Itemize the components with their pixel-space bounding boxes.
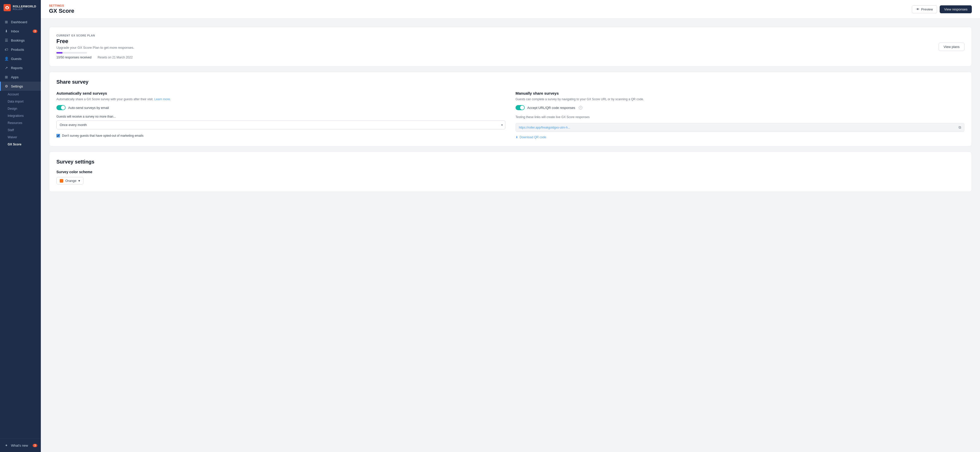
help-icon[interactable]: ? (579, 106, 582, 109)
manual-share-desc: Guests can complete a survey by navigati… (515, 97, 964, 102)
sidebar-item-label: Guests (11, 57, 21, 61)
app-name: ROLLERWORLD (13, 5, 36, 8)
share-survey-title: Share survey (56, 79, 964, 85)
apps-icon: ⊞ (4, 75, 8, 79)
sidebar-item-label: What's new (11, 444, 28, 447)
plan-resets: Resets on 21 March 2022 (97, 56, 132, 59)
settings-breadcrumb: SETTINGS (49, 4, 74, 7)
sidebar-item-guests[interactable]: 👤 Guests (0, 54, 41, 63)
sidebar-item-label: Dashboard (11, 20, 27, 24)
plan-progress-fill (56, 52, 62, 54)
sub-nav-data-import[interactable]: Data import (0, 98, 41, 105)
logo: ROLLERWORLD ROLLER (0, 0, 41, 15)
auto-send-section: Automatically send surveys Automatically… (56, 91, 505, 139)
sub-nav-resources[interactable]: Resources (0, 119, 41, 127)
plan-progress-bar (56, 52, 87, 54)
manual-share-title: Manually share surveys (515, 91, 964, 95)
inbox-badge: 3 (33, 30, 37, 33)
guests-icon: 👤 (4, 57, 8, 61)
sub-nav-waiver[interactable]: Waiver (0, 134, 41, 141)
sidebar-item-products[interactable]: 🏷 Products (0, 45, 41, 54)
url-box: https://roller.app/freakgoldgxs-utm-h...… (515, 123, 964, 132)
main-content: SETTINGS GX Score 👁 Preview View respons… (41, 0, 980, 452)
plan-description: Upgrade your GX Score Plan to get more r… (56, 46, 932, 49)
sidebar-item-label: Inbox (11, 29, 19, 33)
bookings-icon: ☰ (4, 38, 8, 42)
sub-nav-account[interactable]: Account (0, 91, 41, 98)
color-value: Orange (65, 179, 76, 182)
page-header: SETTINGS GX Score 👁 Preview View respons… (41, 0, 980, 19)
header-actions: 👁 Preview View responses (912, 5, 972, 13)
auto-send-desc: Automatically share a GX Score survey wi… (56, 97, 505, 102)
sidebar-item-label: Bookings (11, 38, 24, 42)
settings-sub-nav: Account Data import Design Integrations … (0, 91, 41, 148)
sidebar: ROLLERWORLD ROLLER ⊞ Dashboard ⬇ Inbox 3… (0, 0, 41, 452)
url-qr-toggle-label: Accept URL/QR code responses (527, 106, 575, 110)
opt-out-checkbox[interactable] (56, 134, 60, 138)
whats-new-icon: ✦ (4, 443, 8, 447)
page-title: GX Score (49, 8, 74, 14)
color-scheme-selector[interactable]: Orange ▾ (56, 177, 83, 184)
manual-share-section: Manually share surveys Guests can comple… (515, 91, 964, 139)
url-text: https://roller.app/freakgoldgxs-utm-h... (519, 126, 956, 129)
auto-send-toggle[interactable] (56, 105, 65, 110)
sidebar-nav: ⊞ Dashboard ⬇ Inbox 3 ☰ Bookings 🏷 Produ… (0, 15, 41, 438)
color-swatch (60, 179, 63, 182)
sidebar-item-label: Reports (11, 66, 23, 70)
preview-eye-icon: 👁 (916, 7, 920, 11)
logo-icon (3, 4, 11, 11)
view-plans-button[interactable]: View plans (939, 43, 964, 51)
auto-send-toggle-row: Auto-send surveys by email (56, 105, 505, 110)
frequency-label: Guests will receive a survey no more tha… (56, 115, 505, 118)
sub-nav-staff[interactable]: Staff (0, 127, 41, 134)
sidebar-item-apps[interactable]: ⊞ Apps (0, 73, 41, 82)
sidebar-item-label: Products (11, 48, 24, 52)
sidebar-item-inbox[interactable]: ⬇ Inbox 3 (0, 27, 41, 36)
opt-out-label: Don't survey guests that have opted-out … (62, 133, 143, 138)
sidebar-item-settings[interactable]: ⚙ Settings (0, 82, 41, 91)
auto-send-toggle-label: Auto-send surveys by email (68, 106, 109, 110)
sidebar-bottom: ✦ What's new 3 (0, 438, 41, 452)
page-content: CURRENT GX SCORE PLAN Free Upgrade your … (41, 19, 980, 452)
whats-new-badge: 3 (33, 444, 37, 447)
sub-nav-integrations[interactable]: Integrations (0, 112, 41, 119)
sidebar-item-label: Settings (11, 84, 23, 88)
download-qr-button[interactable]: ⬇ Download QR code (515, 135, 964, 139)
survey-settings-card: Survey settings Survey color scheme Oran… (49, 152, 972, 192)
survey-settings-title: Survey settings (56, 159, 964, 165)
sub-nav-gx-score[interactable]: GX Score (0, 141, 41, 148)
color-scheme-label: Survey color scheme (56, 170, 964, 174)
plan-name: Free (56, 38, 932, 44)
plan-responses: 10/50 responses received (56, 56, 91, 59)
view-responses-button[interactable]: View responses (940, 5, 972, 13)
share-survey-card: Share survey Automatically send surveys … (49, 72, 972, 146)
frequency-select[interactable]: Once every week Once every month Once ev… (56, 121, 505, 129)
auto-send-title: Automatically send surveys (56, 91, 505, 95)
app-sub: ROLLER (13, 8, 36, 11)
dashboard-icon: ⊞ (4, 20, 8, 24)
testing-notice: Testing these links will create live GX … (515, 115, 964, 119)
preview-button[interactable]: 👁 Preview (912, 5, 937, 13)
copy-icon[interactable]: ⧉ (959, 125, 961, 130)
manual-toggle-row: Accept URL/QR code responses ? (515, 105, 964, 110)
plan-card: CURRENT GX SCORE PLAN Free Upgrade your … (49, 27, 972, 67)
sidebar-item-whats-new[interactable]: ✦ What's new 3 (0, 441, 41, 450)
sidebar-item-label: Apps (11, 75, 19, 79)
settings-icon: ⚙ (4, 84, 8, 88)
reports-icon: ↗ (4, 66, 8, 70)
url-qr-toggle[interactable] (515, 105, 525, 110)
products-icon: 🏷 (4, 48, 8, 52)
sub-nav-design[interactable]: Design (0, 105, 41, 112)
frequency-select-wrap: Once every week Once every month Once ev… (56, 121, 505, 129)
sidebar-item-reports[interactable]: ↗ Reports (0, 63, 41, 73)
sidebar-item-dashboard[interactable]: ⊞ Dashboard (0, 17, 41, 27)
download-icon: ⬇ (515, 135, 518, 139)
opt-out-checkbox-row: Don't survey guests that have opted-out … (56, 133, 505, 138)
learn-more-link[interactable]: Learn more. (154, 97, 171, 101)
plan-label: CURRENT GX SCORE PLAN (56, 34, 932, 37)
sidebar-item-bookings[interactable]: ☰ Bookings (0, 36, 41, 45)
inbox-icon: ⬇ (4, 29, 8, 33)
color-chevron-icon: ▾ (78, 179, 80, 182)
